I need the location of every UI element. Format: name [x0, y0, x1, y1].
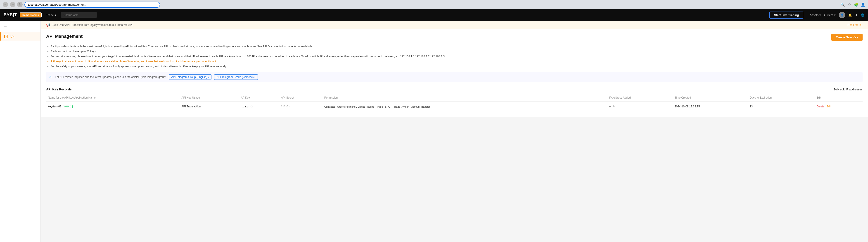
search-browser-icon[interactable]: 🔍: [840, 2, 845, 7]
logo: BYB|T: [4, 13, 17, 18]
info-item-1: Bybit provides clients with the most pow…: [51, 45, 863, 49]
content-area: 📢 Bybit OpenAPI: Transition from legacy …: [41, 21, 868, 242]
app-header: BYB|T Demo Trading Trade ▾ Start Live Tr…: [0, 9, 868, 21]
edit-button[interactable]: Edit: [827, 105, 831, 108]
extensions-icon[interactable]: 🧩: [854, 2, 859, 7]
records-title: API Key Records: [46, 87, 72, 91]
records-section: API Key Records Bulk edit IP addresses N…: [46, 87, 863, 112]
back-button[interactable]: ←: [3, 2, 8, 7]
cell-permission: Contracts - Orders Positions , Unified T…: [322, 102, 608, 112]
cell-name: key-test-02 HMAC: [46, 102, 180, 112]
cell-ip: -- ✎: [607, 102, 673, 112]
col-name: Name for the API key/Application Name: [46, 94, 180, 102]
forward-button[interactable]: →: [10, 2, 16, 7]
nav-trade[interactable]: Trade ▾: [44, 12, 58, 18]
nav-orders[interactable]: Orders ▾: [824, 14, 836, 17]
key-name-label: key-test-02: [48, 105, 61, 108]
col-apikey: APIKey: [239, 94, 279, 102]
cell-days: 13: [748, 102, 815, 112]
main-layout: ☰ ▪ API 📢 Bybit OpenAPI: Transition from…: [0, 21, 868, 242]
browser-bar: ← → ↻ 🔍 ☆ 🧩 👤: [0, 0, 868, 9]
secret-dots: ******: [281, 105, 290, 108]
download-icon[interactable]: ⬇: [855, 14, 858, 17]
refresh-button[interactable]: ↻: [17, 2, 23, 7]
edit-ip-icon[interactable]: ✎: [613, 105, 615, 108]
page-title: API Management: [46, 34, 83, 39]
nav-assets[interactable]: Assets ▾: [810, 14, 821, 17]
sidebar-item-api[interactable]: ▪ API: [0, 32, 40, 41]
page-header: API Management Create New Key: [46, 34, 863, 41]
notice-icon: 📢: [46, 23, 50, 27]
info-item-5: For the safety of your assets, your API …: [51, 64, 863, 69]
sidebar: ☰ ▪ API: [0, 21, 41, 242]
header-right: Assets ▾ Orders ▾ 👤 🔔 ⬇ 🌐: [810, 12, 864, 18]
telegram-cn-link[interactable]: API Telegram Group (Chinese) ›: [214, 74, 258, 80]
search-input[interactable]: [61, 12, 97, 18]
col-edit: Edit: [815, 94, 863, 102]
notice-banner: 📢 Bybit OpenAPI: Transition from legacy …: [41, 21, 868, 29]
col-time: Time Created: [673, 94, 748, 102]
chevron-down-icon: ▾: [819, 14, 821, 17]
start-live-trading-button[interactable]: Start Live Trading: [769, 11, 803, 19]
address-bar[interactable]: [24, 2, 160, 8]
telegram-label: For API-related inquiries and the latest…: [55, 76, 166, 79]
telegram-section: ✈ For API-related inquiries and the late…: [46, 72, 863, 82]
col-days: Days to Expiration: [748, 94, 815, 102]
api-icon: ▪: [4, 35, 8, 38]
table-header-row: Name for the API key/Application Name AP…: [46, 94, 863, 102]
cell-usage: API Transaction: [180, 102, 239, 112]
info-item-3: For security reasons, please do not reve…: [51, 54, 863, 58]
api-table: Name for the API key/Application Name AP…: [46, 94, 863, 112]
cell-time: 2024-10-08 19:33:15: [673, 102, 748, 112]
delete-button[interactable]: Delete: [816, 105, 824, 108]
bulk-edit-ip-button[interactable]: Bulk edit IP addresses: [833, 88, 863, 91]
permission-text: Contracts - Orders Positions , Unified T…: [324, 105, 430, 108]
cell-secret: ******: [279, 102, 322, 112]
records-header: API Key Records Bulk edit IP addresses: [46, 87, 863, 91]
col-usage: API Key Usage: [180, 94, 239, 102]
info-list: Bybit provides clients with the most pow…: [46, 45, 863, 69]
col-permission: Permission: [322, 94, 608, 102]
avatar[interactable]: 👤: [839, 12, 845, 18]
profile-icon[interactable]: 👤: [861, 2, 865, 7]
copy-icon[interactable]: ⧉: [251, 105, 253, 108]
sidebar-item-label: API: [10, 35, 14, 38]
col-secret: API Secret: [279, 94, 322, 102]
col-ip: IP Address Added: [607, 94, 673, 102]
cell-actions: Delete Edit: [815, 102, 863, 112]
info-item-2: Each account can have up to 20 keys.: [51, 49, 863, 53]
hmac-badge: HMAC: [63, 105, 72, 108]
notification-bell[interactable]: 🔔: [848, 14, 852, 17]
notice-text: Bybit OpenAPI: Transition from legacy ve…: [52, 23, 133, 27]
create-new-key-button[interactable]: Create New Key: [831, 34, 863, 41]
telegram-en-link[interactable]: API Telegram Group (English) ›: [169, 74, 212, 80]
chevron-down-icon: ▾: [834, 14, 836, 17]
info-item-4-warning: API keys that are not bound to IP addres…: [51, 59, 863, 63]
page-content: API Management Create New Key Bybit prov…: [41, 29, 868, 117]
apikey-value: ....:YxIt: [241, 105, 249, 108]
cell-apikey: ....:YxIt ⧉: [239, 102, 279, 112]
sidebar-menu-icon[interactable]: ☰: [0, 24, 40, 32]
demo-trading-badge[interactable]: Demo Trading: [20, 12, 41, 18]
telegram-icon: ✈: [49, 75, 52, 79]
star-icon[interactable]: ☆: [847, 2, 852, 7]
language-globe-icon[interactable]: 🌐: [861, 14, 864, 17]
table-row: key-test-02 HMAC API Transaction ....:Yx…: [46, 102, 863, 112]
read-more-link[interactable]: Read more ›: [847, 23, 863, 27]
chevron-down-icon: ▾: [55, 14, 56, 17]
